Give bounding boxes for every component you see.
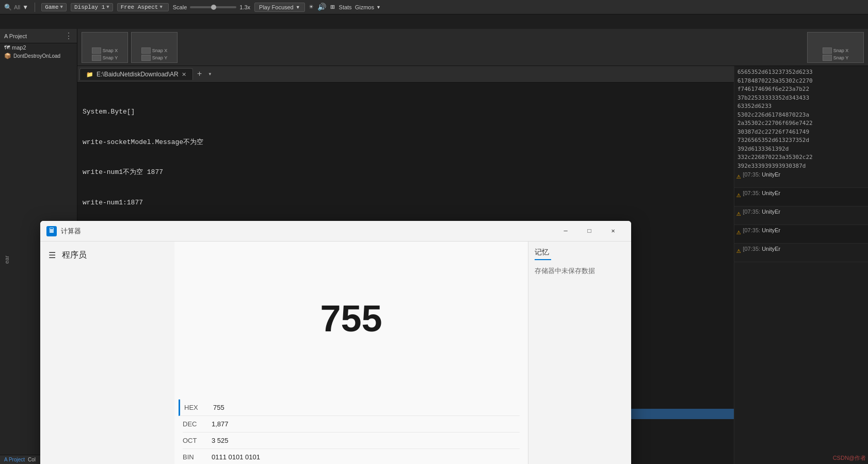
- bin-label: BIN: [183, 453, 203, 461]
- snap-row-r1: Snap X: [823, 47, 849, 54]
- calc-main: 755 HEX 755 DEC 1,877 OCT 3 525: [174, 242, 528, 464]
- snap-x-label-r1: Snap X: [833, 48, 849, 53]
- col-tab[interactable]: Col: [28, 457, 36, 462]
- terminal-tab-main[interactable]: 📁 E:\BaiduNetdiskDownload\AR ✕: [79, 68, 193, 80]
- play-focused-label: Play Focused: [259, 4, 294, 10]
- minimize-icon: —: [564, 228, 567, 235]
- rlog-line-5: 63352d6233: [737, 102, 865, 111]
- sun-icon[interactable]: ☀️: [309, 3, 313, 11]
- search-icon: 🔍: [4, 4, 12, 11]
- scale-slider[interactable]: [190, 6, 236, 8]
- snap-y-r1: [823, 55, 832, 61]
- snap-y-label-2: Snap Y: [152, 55, 167, 60]
- log-entry-4: ⚠ [07:35: UnityEr: [734, 225, 868, 244]
- csdn-watermark: CSDN@作者: [833, 454, 866, 462]
- snap-y-label-r1: Snap Y: [833, 55, 848, 60]
- snap-row-y1: Snap Y: [92, 55, 118, 61]
- rlog-line-10: 392d6133361392d: [737, 145, 865, 154]
- play-focused-arrow: ▼: [296, 5, 300, 10]
- log-entries-section: ⚠ [07:35: UnityEr ⚠ [07:35: UnityEr: [734, 169, 868, 262]
- log-content-4: UnityEr: [762, 227, 780, 233]
- stats-gizmos: Stats Gizmos ▼: [339, 4, 381, 10]
- snap-row-1: Snap X: [92, 47, 118, 54]
- calc-memory-underline: [535, 259, 551, 260]
- search-dropdown-icon[interactable]: ▼: [22, 4, 28, 11]
- scale-thumb: [211, 5, 216, 10]
- warning-icon-3: ⚠: [736, 209, 741, 218]
- snap-row-y2: Snap Y: [141, 55, 167, 61]
- project-panel-title: A Project: [4, 33, 27, 39]
- grid-icon[interactable]: ⊞: [330, 3, 334, 11]
- terminal-tab-icon: 📁: [86, 71, 93, 78]
- log-timestamp-5: [07:35:: [743, 246, 760, 252]
- terminal-add-tab-button[interactable]: +: [194, 70, 205, 79]
- calc-mode-title: 程序员: [62, 250, 87, 261]
- calc-window-controls: — □ ✕: [554, 223, 625, 239]
- log-text-3: [07:35: UnityEr: [743, 208, 780, 216]
- game-label: Game: [45, 4, 58, 10]
- calc-conv-bin[interactable]: BIN 0111 0101 0101: [183, 449, 520, 464]
- calc-conv-hex[interactable]: HEX 755: [179, 399, 520, 416]
- hierarchy-item-dontdestroy[interactable]: 📦 DontDestroyOnLoad: [0, 52, 77, 60]
- calc-memory-panel: 记忆 存储器中未保存数据: [528, 242, 631, 464]
- warning-icon-2: ⚠: [736, 190, 741, 199]
- hierarchy-item-map2[interactable]: 🗺 map2: [0, 43, 77, 52]
- calc-memory-empty: 存储器中未保存数据: [535, 266, 625, 276]
- calc-conv-oct[interactable]: OCT 3 525: [183, 433, 520, 449]
- game-preview-box-2: Snap X Snap Y: [131, 32, 178, 63]
- calc-conversions: HEX 755 DEC 1,877 OCT 3 525 BIN 0111 010…: [174, 395, 528, 464]
- log-timestamp-4: [07:35:: [743, 227, 760, 233]
- terminal-tab-dropdown-icon[interactable]: ▾: [206, 70, 214, 78]
- terminal-tab-close-icon[interactable]: ✕: [182, 71, 186, 78]
- project-panel-header: A Project ⋮: [0, 29, 77, 43]
- calc-memory-title: 记忆: [535, 248, 625, 257]
- calc-title-text: 计算器: [61, 227, 550, 236]
- log-timestamp-3: [07:35:: [743, 209, 760, 215]
- gizmos-dropdown[interactable]: Gizmos ▼: [355, 4, 381, 10]
- maximize-icon: □: [587, 228, 591, 235]
- rlog-line-9: 7326565352d613237352d: [737, 136, 865, 145]
- unity-topbar: 🔍 All ▼ Game ▼ Display 1 ▼ Free Aspect ▼…: [0, 0, 868, 14]
- snap-x-label-1: Snap X: [103, 48, 118, 53]
- search-section: 🔍 All ▼: [4, 4, 28, 11]
- log-content-2: UnityEr: [762, 190, 780, 196]
- right-log-panel: 6565352d613237352d6233 61784870223a35302…: [734, 66, 868, 464]
- project-panel-more-icon[interactable]: ⋮: [65, 31, 73, 41]
- a-project-tab[interactable]: A Project: [4, 457, 25, 462]
- log-entry-2: ⚠ [07:35: UnityEr: [734, 188, 868, 206]
- snap-row-2: Snap X: [141, 47, 168, 54]
- audio-icon[interactable]: 🔊: [317, 3, 326, 11]
- log-content-3: UnityEr: [762, 209, 780, 215]
- log-text-1: [07:35: UnityEr: [743, 171, 780, 179]
- close-icon: ✕: [611, 227, 615, 235]
- log-entry-1: ⚠ [07:35: UnityEr: [734, 169, 868, 188]
- rlog-line-1: 6565352d613237352d6233: [737, 68, 865, 77]
- hex-value: 755: [213, 404, 224, 411]
- game-dropdown[interactable]: Game ▼: [41, 3, 67, 11]
- calculator-window: 🖩 计算器 — □ ✕ ☰ 程序员: [40, 221, 631, 464]
- rlog-line-4: 37b22533333352d343433: [737, 94, 865, 103]
- log-content-1: UnityEr: [762, 171, 780, 178]
- play-focused-button[interactable]: Play Focused ▼: [254, 3, 305, 12]
- gizmos-arrow: ▼: [376, 5, 381, 10]
- calc-close-button[interactable]: ✕: [601, 223, 625, 239]
- dec-label: DEC: [183, 420, 203, 428]
- dec-value: 1,877: [212, 420, 229, 428]
- calc-conv-dec[interactable]: DEC 1,877: [183, 416, 520, 433]
- calc-maximize-button[interactable]: □: [577, 223, 601, 239]
- snap-x-label-2: Snap X: [152, 48, 168, 53]
- main-content: A Project ⋮ 🗺 map2 📦 DontDestroyOnLoad A…: [0, 14, 868, 464]
- warning-icon-1: ⚠: [736, 172, 741, 181]
- bin-value: 0111 0101 0101: [212, 453, 260, 461]
- log-text-2: [07:35: UnityEr: [743, 189, 780, 197]
- log-text-4: [07:35: UnityEr: [743, 227, 780, 234]
- display1-dropdown[interactable]: Display 1 ▼: [71, 3, 113, 11]
- free-aspect-dropdown[interactable]: Free Aspect ▼: [117, 3, 169, 11]
- dont-destroy-icon: 📦: [4, 53, 11, 59]
- hamburger-menu-icon[interactable]: ☰: [49, 250, 56, 261]
- calc-display-value: 755: [320, 297, 382, 340]
- calc-minimize-button[interactable]: —: [554, 223, 577, 239]
- free-aspect-label: Free Aspect: [121, 4, 158, 10]
- stats-label[interactable]: Stats: [339, 4, 352, 10]
- ear-label: ear: [0, 247, 13, 273]
